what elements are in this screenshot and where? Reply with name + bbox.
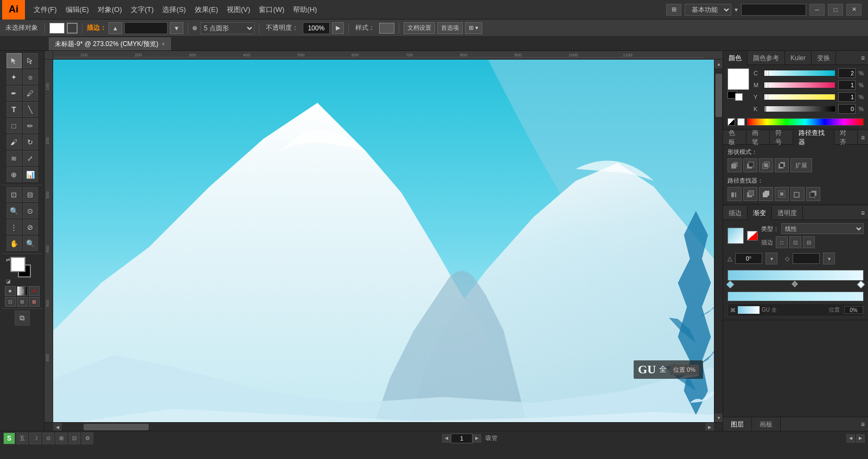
gradient-mode-btn[interactable]: ▥: [17, 286, 28, 296]
gradient-stop-right[interactable]: [857, 281, 865, 288]
main-color-preview[interactable]: [727, 68, 749, 90]
color-mode-btn[interactable]: ■: [5, 286, 16, 296]
minus-front-btn[interactable]: [743, 158, 757, 172]
tab-transparency[interactable]: 透明度: [772, 206, 803, 220]
fg-color-swatch[interactable]: [10, 257, 25, 272]
menu-select[interactable]: 选择(S): [158, 0, 190, 20]
preferences-btn[interactable]: 首选项: [437, 22, 463, 34]
scroll-down-btn[interactable]: ▼: [714, 413, 723, 422]
gradient-swatch-secondary[interactable]: [747, 231, 758, 241]
h-scroll-track[interactable]: [62, 423, 705, 431]
gradient-pos-input[interactable]: [844, 306, 863, 314]
y-value[interactable]: [838, 92, 856, 102]
eyedropper-tool[interactable]: 🔍: [7, 203, 22, 218]
c-value[interactable]: [838, 68, 856, 78]
tab-color-ref[interactable]: 颜色参考: [748, 51, 785, 65]
second-panel-menu-btn[interactable]: ≡: [858, 131, 868, 144]
exclude-btn[interactable]: [775, 158, 789, 172]
menu-text[interactable]: 文字(T): [126, 0, 158, 20]
c-slider[interactable]: [764, 70, 835, 76]
stroke-down-btn[interactable]: ▼: [170, 22, 183, 34]
menu-view[interactable]: 视图(V): [222, 0, 254, 20]
gradient-preview-bar[interactable]: [727, 270, 864, 281]
stroke-align-inner-btn[interactable]: ⊟: [803, 236, 815, 248]
tab-stroke[interactable]: 描边: [723, 206, 748, 220]
stroke-swatch[interactable]: [67, 23, 78, 34]
menu-window[interactable]: 窗口(W): [254, 0, 289, 20]
merge-btn[interactable]: [759, 187, 773, 201]
menu-effect[interactable]: 效果(E): [190, 0, 222, 20]
scroll-right-btn[interactable]: ▶: [705, 423, 714, 431]
menu-edit[interactable]: 编辑(E): [61, 0, 93, 20]
search-input[interactable]: [741, 4, 806, 16]
mini-bg-swatch[interactable]: [735, 93, 743, 101]
default-colors-btn[interactable]: ◪: [6, 279, 11, 284]
brush-select[interactable]: 5 点圆形: [200, 22, 254, 34]
doc-settings-btn[interactable]: 文档设置: [404, 22, 435, 34]
bottom-tool-1[interactable]: S: [3, 432, 15, 444]
warp-tool[interactable]: ≋: [7, 151, 22, 166]
tab-artboards[interactable]: 画板: [752, 417, 781, 431]
tab-gradient[interactable]: 渐变: [748, 206, 772, 220]
layers-menu-btn[interactable]: ≡: [858, 417, 868, 431]
stroke-none-btn[interactable]: □: [776, 236, 788, 248]
stroke-align-center-btn[interactable]: ⊡: [789, 236, 801, 248]
panel-menu-btn[interactable]: ≡: [858, 51, 868, 64]
hand-tool[interactable]: ✋: [7, 236, 22, 251]
rotate-tool[interactable]: ↻: [23, 134, 38, 150]
tab-swatches[interactable]: 色板: [723, 131, 746, 145]
expand-shape-btn[interactable]: 扩展: [790, 158, 812, 172]
zoom-tool[interactable]: 🔍: [23, 236, 38, 251]
tab-kuler[interactable]: Kuler: [785, 51, 812, 65]
k-value[interactable]: [838, 104, 856, 114]
scroll-left-btn[interactable]: ◀: [53, 423, 62, 431]
minimize-btn[interactable]: ─: [809, 4, 825, 16]
paintbrush-tool[interactable]: 🖌: [7, 134, 22, 150]
tab-color[interactable]: 颜色: [723, 51, 748, 65]
tab-symbols[interactable]: 符号: [770, 131, 793, 145]
none-mode-btn[interactable]: ✕: [29, 286, 40, 296]
minus-back-btn[interactable]: [806, 187, 820, 201]
page-forward-btn[interactable]: ▶: [856, 434, 865, 443]
measure-tool[interactable]: ⊙: [23, 203, 38, 218]
maximize-btn[interactable]: □: [828, 4, 843, 16]
type-tool[interactable]: T: [7, 102, 22, 117]
v-scroll-track[interactable]: [714, 68, 723, 413]
bw-swatch[interactable]: [727, 118, 735, 126]
angle-input[interactable]: [735, 253, 762, 264]
tab-brushes[interactable]: 画笔: [746, 131, 770, 145]
blend-tool[interactable]: ⋮: [7, 219, 22, 235]
opacity-value[interactable]: [303, 22, 330, 34]
gradient-stop-left[interactable]: [726, 281, 734, 288]
canvas-viewport[interactable]: GU 全 位置 0%: [53, 60, 714, 422]
stroke-value[interactable]: [124, 22, 168, 34]
swap-colors-btn[interactable]: ⇄: [6, 257, 10, 262]
intersect-btn[interactable]: [759, 158, 773, 172]
doc-tab[interactable]: 未标题-9* @ 273.02% (CMYK/预览) ×: [49, 37, 171, 50]
tab-pathfinder[interactable]: 路径查找器: [793, 131, 834, 145]
style-swatch[interactable]: [379, 23, 394, 34]
bottom-tool-5[interactable]: ⊞: [55, 432, 67, 444]
menu-object[interactable]: 对象(O): [93, 0, 126, 20]
bottom-tool-4[interactable]: ⊙: [42, 432, 54, 444]
extras-btn[interactable]: ⊞ ▾: [465, 22, 482, 34]
live-paint-tool[interactable]: ⊘: [23, 219, 38, 235]
trim-btn[interactable]: [743, 187, 757, 201]
gradient-type-select[interactable]: 线性: [781, 223, 864, 234]
select-tool[interactable]: [7, 53, 22, 68]
freeform-pen-tool[interactable]: 🖊: [23, 86, 38, 101]
fullscreen2-btn[interactable]: ⊠: [29, 297, 40, 307]
fill-swatch[interactable]: [49, 23, 65, 34]
full-gradient-bar[interactable]: [727, 292, 864, 301]
bottom-tool-2[interactable]: 五: [16, 432, 28, 444]
magic-wand-tool[interactable]: ✦: [7, 69, 22, 85]
m-slider[interactable]: [764, 82, 835, 88]
gradient-midpoint[interactable]: [792, 281, 798, 287]
h-scroll-thumb[interactable]: [84, 424, 149, 430]
unite-btn[interactable]: [727, 158, 742, 172]
stroke-up-btn[interactable]: ▲: [108, 22, 122, 34]
bottom-tool-3[interactable]: ☽: [29, 432, 41, 444]
tab-layers[interactable]: 图层: [723, 417, 752, 431]
page-input[interactable]: [451, 434, 473, 443]
m-value[interactable]: [838, 80, 856, 90]
